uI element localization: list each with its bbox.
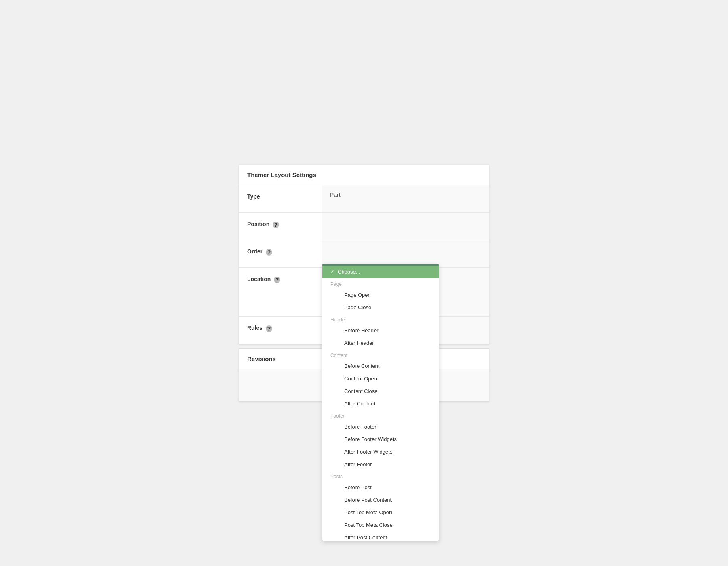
rules-help-icon[interactable]: ? xyxy=(266,325,272,332)
type-label: Type xyxy=(247,193,260,200)
dropdown-item-after-footer-widgets[interactable]: After Footer Widgets xyxy=(322,446,439,458)
dropdown-item-label: Page Open xyxy=(344,292,371,298)
order-label-cell: Order ? xyxy=(239,240,322,267)
order-help-icon[interactable]: ? xyxy=(266,249,272,256)
rules-label: Rules xyxy=(247,325,262,331)
location-row: Location ? ✓Choose...PagePage OpenPage C… xyxy=(239,268,489,317)
panel-title: Themer Layout Settings xyxy=(247,171,481,178)
dropdown-item-content-open[interactable]: Content Open xyxy=(322,372,439,385)
type-label-cell: Type xyxy=(239,185,322,212)
dropdown-group-posts: Posts xyxy=(322,471,439,481)
themer-layout-settings-panel: Themer Layout Settings Type Part Positio… xyxy=(239,165,489,344)
location-content-cell[interactable]: ✓Choose...PagePage OpenPage CloseHeaderB… xyxy=(322,268,489,316)
dropdown-item-content-close[interactable]: Content Close xyxy=(322,385,439,397)
dropdown-item-choose[interactable]: ✓Choose... xyxy=(322,266,439,278)
dropdown-item-post-top-meta-close[interactable]: Post Top Meta Close xyxy=(322,519,439,531)
dropdown-item-label: Content Open xyxy=(344,376,377,382)
dropdown-item-post-top-meta-open[interactable]: Post Top Meta Open xyxy=(322,506,439,519)
dropdown-item-before-post-content[interactable]: Before Post Content xyxy=(322,494,439,506)
dropdown-item-before-footer-widgets[interactable]: Before Footer Widgets xyxy=(322,433,439,446)
location-label-cell: Location ? xyxy=(239,268,322,316)
check-icon: ✓ xyxy=(330,269,335,275)
position-label: Position xyxy=(247,221,269,227)
rules-label-cell: Rules ? xyxy=(239,317,322,344)
order-content-cell xyxy=(322,240,489,267)
type-content-cell: Part xyxy=(322,185,489,212)
dropdown-item-label: Post Top Meta Close xyxy=(344,522,393,528)
position-dropdown[interactable]: ✓Choose...PagePage OpenPage CloseHeaderB… xyxy=(322,264,439,541)
dropdown-item-after-post-content[interactable]: After Post Content xyxy=(322,531,439,541)
dropdown-list: ✓Choose...PagePage OpenPage CloseHeaderB… xyxy=(322,266,439,541)
dropdown-item-label: Post Top Meta Open xyxy=(344,509,392,515)
dropdown-item-page-close[interactable]: Page Close xyxy=(322,301,439,314)
dropdown-item-page-open[interactable]: Page Open xyxy=(322,289,439,301)
dropdown-item-label: After Post Content xyxy=(344,534,387,541)
dropdown-item-before-post[interactable]: Before Post xyxy=(322,481,439,494)
settings-panel-wrapper: Themer Layout Settings Type Part Positio… xyxy=(239,165,489,402)
dropdown-item-label: After Header xyxy=(344,340,374,346)
position-label-cell: Position ? xyxy=(239,213,322,240)
position-row: Position ? xyxy=(239,213,489,240)
location-label: Location xyxy=(247,276,271,282)
type-row: Type Part xyxy=(239,185,489,213)
dropdown-group-page: Page xyxy=(322,278,439,289)
dropdown-item-label: Before Post Content xyxy=(344,497,392,503)
dropdown-item-after-content[interactable]: After Content xyxy=(322,397,439,410)
dropdown-item-label: After Footer Widgets xyxy=(344,449,392,455)
dropdown-item-label: Before Header xyxy=(344,327,379,334)
dropdown-item-label: After Content xyxy=(344,401,375,407)
position-help-icon[interactable]: ? xyxy=(273,222,279,228)
dropdown-item-label: Before Footer Widgets xyxy=(344,436,397,442)
dropdown-item-before-header[interactable]: Before Header xyxy=(322,324,439,337)
dropdown-item-label: Choose... xyxy=(338,269,360,275)
dropdown-item-before-footer[interactable]: Before Footer xyxy=(322,420,439,433)
dropdown-item-after-header[interactable]: After Header xyxy=(322,337,439,349)
dropdown-item-label: Before Footer xyxy=(344,424,377,430)
dropdown-item-label: After Footer xyxy=(344,461,372,467)
dropdown-item-label: Before Post xyxy=(344,484,372,490)
dropdown-group-header: Header xyxy=(322,314,439,324)
order-label: Order xyxy=(247,248,262,255)
location-help-icon[interactable]: ? xyxy=(274,277,280,283)
panel-header: Themer Layout Settings xyxy=(239,165,489,185)
dropdown-item-after-footer[interactable]: After Footer xyxy=(322,458,439,471)
dropdown-item-label: Before Content xyxy=(344,363,379,369)
position-content-cell xyxy=(322,213,489,240)
dropdown-item-before-content[interactable]: Before Content xyxy=(322,360,439,372)
dropdown-group-footer: Footer xyxy=(322,410,439,420)
dropdown-item-label: Page Close xyxy=(344,304,371,310)
type-value: Part xyxy=(330,192,341,198)
dropdown-group-content: Content xyxy=(322,349,439,360)
dropdown-item-label: Content Close xyxy=(344,388,377,394)
